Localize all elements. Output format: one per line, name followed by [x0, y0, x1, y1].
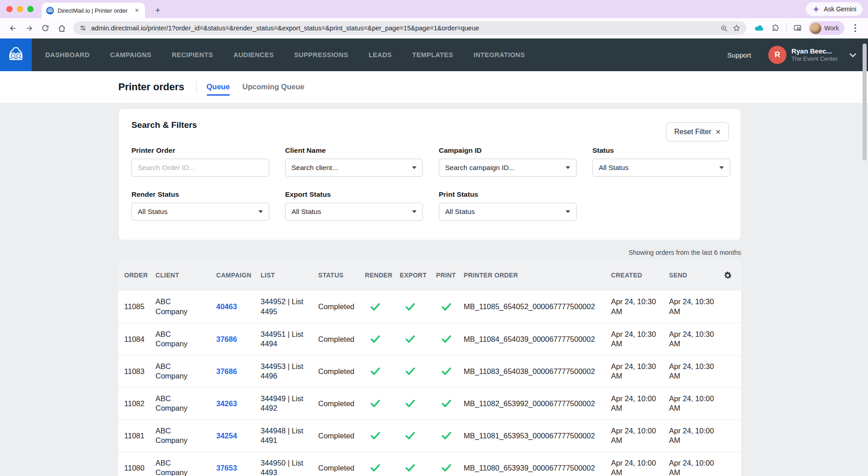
nav-item-suppressions[interactable]: SUPPRESSIONS [294, 51, 348, 58]
nav-item-leads[interactable]: LEADS [369, 51, 392, 58]
main-content: Search & Filters Reset Filter ✕ Printer … [0, 103, 868, 476]
page-scrollbar[interactable] [863, 44, 867, 160]
filter-grid: Printer OrderClient NameSearch client...… [131, 146, 728, 221]
order-id-cell: 11080 [124, 464, 155, 472]
order-id-cell: 11082 [124, 399, 155, 408]
selected-value: All Status [445, 208, 475, 216]
nav-item-campaigns[interactable]: CAMPAIGNS [110, 51, 151, 58]
filter-label: Campaign ID [439, 146, 577, 155]
export-status-cell [400, 303, 436, 311]
filter-label: Printer Order [131, 146, 269, 155]
column-settings-gear-icon[interactable] [723, 271, 732, 280]
campaign-link[interactable]: 37686 [216, 335, 237, 343]
list-cell: 344948 | List 4491 [261, 426, 316, 446]
campaign-cell: 40463 [216, 302, 261, 311]
campaign-link[interactable]: 37686 [216, 367, 237, 375]
table-row-order-11083[interactable]: 11083ABC Company37686344953 | List 4496C… [118, 355, 741, 387]
check-icon [370, 367, 380, 375]
forward-button[interactable] [22, 21, 36, 35]
check-icon [405, 335, 415, 343]
tab-search-icon[interactable] [790, 21, 805, 35]
list-cell: 344950 | List 4493 [261, 458, 316, 476]
filter-select-client-name[interactable]: Search client... [285, 159, 423, 177]
list-cell: 344952 | List 4495 [261, 297, 316, 316]
browser-profile-chip[interactable]: Work [809, 21, 844, 35]
nav-item-recipients[interactable]: RECIPIENTS [172, 51, 213, 58]
close-window-button[interactable] [6, 6, 13, 12]
reset-filter-label: Reset Filter [674, 128, 711, 136]
campaign-link[interactable]: 34263 [216, 399, 237, 408]
campaign-link[interactable]: 40463 [216, 302, 237, 311]
site-settings-tune-icon[interactable] [79, 24, 87, 32]
nav-item-audiences[interactable]: AUDIENCES [233, 51, 274, 58]
client-cell: ABC Company [155, 458, 195, 476]
table-row-order-11082[interactable]: 11082ABC Company34263344949 | List 4492C… [118, 387, 741, 419]
extensions-puzzle-icon[interactable] [768, 21, 783, 35]
minimize-window-button[interactable] [17, 6, 23, 12]
chevron-down-icon [566, 210, 570, 213]
created-cell: Apr 24, 10:00 AM [611, 458, 662, 476]
check-icon [441, 335, 451, 343]
client-cell: ABC Company [155, 362, 195, 381]
close-tab-icon[interactable]: ✕ [133, 7, 141, 14]
column-header-client: CLIENT [155, 272, 216, 279]
created-cell: Apr 24, 10:30 AM [611, 297, 662, 316]
filter-select-campaign-id[interactable]: Search campaign ID... [439, 159, 577, 177]
nav-item-integrations[interactable]: INTEGRATIONS [474, 51, 525, 58]
filter-field-print-status: Print StatusAll Status [439, 190, 577, 221]
render-status-cell [365, 399, 400, 408]
tab-upcoming-queue[interactable]: Upcoming Queue [242, 83, 305, 92]
table-header-row: ORDERCLIENTCAMPAIGNLISTSTATUSRENDEREXPOR… [118, 260, 741, 291]
zoom-page-icon[interactable] [720, 24, 728, 32]
check-icon [405, 432, 415, 440]
export-status-cell [400, 464, 436, 472]
list-cell: 344949 | List 4492 [261, 394, 316, 413]
filter-select-render-status[interactable]: All Status [131, 203, 269, 221]
campaign-link[interactable]: 34254 [216, 432, 237, 440]
nav-item-dashboard[interactable]: DASHBOARD [45, 51, 90, 58]
selected-value: Search client... [291, 164, 338, 172]
filter-select-export-status[interactable]: All Status [285, 203, 423, 221]
support-link[interactable]: Support [727, 51, 752, 59]
check-icon [370, 399, 380, 408]
printer-order-cell: MB_11080_653939_000067777500002 [464, 464, 611, 472]
back-button[interactable] [5, 21, 20, 35]
favicon-icon [46, 7, 54, 15]
directmail-logo[interactable] [0, 39, 32, 71]
table-settings-cell[interactable] [723, 271, 735, 280]
table-row-order-11080[interactable]: 11080ABC Company37653344950 | List 4493C… [118, 452, 741, 476]
table-row-order-11081[interactable]: 11081ABC Company34254344948 | List 4491C… [118, 419, 741, 452]
campaign-link[interactable]: 37653 [216, 464, 237, 472]
user-avatar[interactable]: R [768, 46, 786, 64]
filter-input-printer-order[interactable] [131, 159, 269, 177]
browser-menu-icon[interactable] [848, 21, 863, 35]
status-cell: Completed [318, 399, 365, 408]
reset-filter-button[interactable]: Reset Filter ✕ [666, 122, 729, 141]
new-tab-button[interactable]: + [151, 4, 164, 17]
filter-select-print-status[interactable]: All Status [439, 203, 577, 221]
filter-select-status[interactable]: All Status [592, 159, 730, 177]
reload-button[interactable] [38, 21, 53, 35]
bookmark-star-icon[interactable] [732, 24, 741, 32]
nav-right: Support R Ryan Beec... The Event Center [727, 46, 856, 64]
browser-tab[interactable]: DirectMail.io | Printer order ✕ [42, 3, 145, 18]
url-bar[interactable]: admin.directmail.io/printer/1?order_id=&… [73, 21, 747, 35]
ask-gemini-button[interactable]: Ask Gemini [806, 2, 863, 16]
nav-item-templates[interactable]: TEMPLATES [412, 51, 453, 58]
chevron-down-icon [566, 166, 570, 169]
check-icon [441, 464, 451, 472]
table-row-order-11084[interactable]: 11084ABC Company37686344951 | List 4494C… [118, 323, 741, 355]
status-cell: Completed [318, 367, 365, 376]
zoom-window-button[interactable] [27, 6, 34, 12]
chevron-down-icon[interactable] [849, 53, 856, 57]
filters-title: Search & Filters [131, 120, 728, 130]
send-cell: Apr 24, 10:30 AM [669, 297, 720, 316]
printer-order-cell: MB_11084_654039_000067777500002 [464, 335, 611, 344]
tab-queue[interactable]: Queue [207, 83, 230, 92]
selected-value: All Status [291, 208, 321, 216]
filter-label: Status [592, 146, 730, 155]
cloud-sync-icon[interactable] [752, 21, 766, 35]
home-button[interactable] [54, 21, 69, 35]
export-status-cell [400, 399, 436, 408]
table-row-order-11085[interactable]: 11085ABC Company40463344952 | List 4495C… [118, 291, 741, 323]
